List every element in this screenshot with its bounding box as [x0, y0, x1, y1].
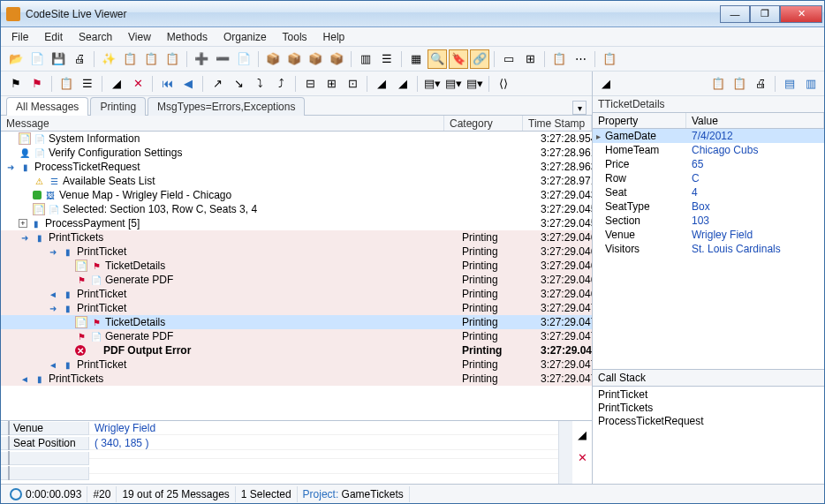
detail-row[interactable]: SeatTypeBox: [593, 199, 824, 214]
col-category[interactable]: Category: [444, 116, 523, 131]
menu-methods[interactable]: Methods: [160, 29, 215, 45]
tab-msgtypes[interactable]: MsgTypes=Errors,Exceptions: [148, 97, 305, 116]
message-row[interactable]: [1, 386, 592, 400]
message-row[interactable]: ◄▮PrintTicketsPrinting3:27:29.047: [1, 372, 592, 386]
nav-first-icon[interactable]: ⏮: [157, 74, 177, 94]
grid-icon[interactable]: ▦: [406, 49, 426, 69]
menu-help[interactable]: Help: [316, 29, 352, 45]
search-icon[interactable]: 🔍: [428, 49, 447, 69]
print-icon[interactable]: 🖨: [751, 74, 770, 94]
detail-row[interactable]: HomeTeamChicago Cubs: [593, 143, 824, 157]
callstack-item[interactable]: ProcessTicketRequest: [598, 415, 819, 428]
tool-icon[interactable]: ➕: [192, 49, 211, 69]
menu-file[interactable]: File: [4, 29, 35, 45]
step-icon[interactable]: ⤴: [271, 74, 291, 94]
tool-icon[interactable]: 📦: [284, 49, 304, 69]
detail-row[interactable]: VisitorsSt. Louis Cardinals: [593, 242, 824, 256]
message-row[interactable]: 📄📄Selected: Section 103, Row C, Seats 3,…: [1, 202, 592, 216]
menu-view[interactable]: View: [121, 29, 158, 45]
message-row[interactable]: ➜▮PrintTicketPrinting3:27:29.046: [1, 244, 592, 259]
col-value[interactable]: Value: [686, 113, 824, 128]
link-icon[interactable]: 🔗: [470, 49, 489, 69]
message-list[interactable]: 📄📄System Information3:27:28.954👤📄Verify …: [1, 132, 592, 420]
watch-row[interactable]: [1, 451, 558, 466]
tree-icon[interactable]: ⊡: [343, 74, 362, 94]
watch-scrollbar[interactable]: [558, 421, 572, 484]
step-icon[interactable]: ⤵: [250, 74, 269, 94]
menu-search[interactable]: Search: [72, 29, 119, 45]
callstack-item[interactable]: PrintTickets: [598, 402, 819, 415]
filter-icon[interactable]: ▤▾: [422, 74, 442, 94]
detail-row[interactable]: Seat4: [593, 185, 824, 199]
message-row[interactable]: ➜▮PrintTicketPrinting3:27:29.047: [1, 301, 592, 315]
tool-icon[interactable]: 📋: [600, 49, 619, 69]
copy-icon[interactable]: 📋: [708, 74, 728, 94]
eraser-icon[interactable]: ◢: [393, 74, 412, 94]
col-timestamp[interactable]: Time Stamp: [523, 116, 592, 131]
open-icon[interactable]: 📂: [6, 49, 26, 69]
col-message[interactable]: Message: [1, 116, 444, 131]
panel-icon[interactable]: ▤: [780, 74, 799, 94]
message-row[interactable]: ◄▮PrintTicketPrinting3:27:29.047: [1, 357, 592, 372]
detail-row[interactable]: RowC: [593, 171, 824, 185]
step-out-icon[interactable]: ↗: [208, 74, 227, 94]
eraser-icon[interactable]: ◢: [572, 425, 592, 444]
tree-icon[interactable]: ⊞: [322, 74, 341, 94]
eraser-icon[interactable]: ◢: [596, 74, 616, 94]
code-icon[interactable]: ⟨⟩: [494, 74, 513, 94]
tool-icon[interactable]: ✨: [99, 49, 118, 69]
menu-organize[interactable]: Organize: [216, 29, 274, 45]
detail-row[interactable]: Price65: [593, 157, 824, 171]
callstack-body[interactable]: PrintTicketPrintTicketsProcessTicketRequ…: [593, 387, 824, 484]
save-icon[interactable]: 💾: [49, 49, 68, 69]
detail-row[interactable]: ▸GameDate7/4/2012: [593, 129, 824, 143]
details-body[interactable]: ▸GameDate7/4/2012HomeTeamChicago CubsPri…: [593, 129, 824, 369]
maximize-button[interactable]: ❐: [750, 5, 780, 23]
tab-all-messages[interactable]: All Messages: [6, 97, 88, 116]
message-row[interactable]: ⚑📄Generate PDFPrinting3:27:29.047: [1, 329, 592, 343]
message-row[interactable]: ➜▮ProcessTicketRequest3:27:28.963: [1, 160, 592, 174]
tool-icon[interactable]: ➖: [213, 49, 232, 69]
panel-icon[interactable]: ▭: [499, 49, 518, 69]
watch-row[interactable]: VenueWrigley Field: [1, 421, 558, 436]
message-row[interactable]: 📄⚑TicketDetailsPrinting3:27:29.046: [1, 259, 592, 273]
message-row[interactable]: 🖼Venue Map - Wrigley Field - Chicago3:27…: [1, 188, 592, 202]
menu-edit[interactable]: Edit: [37, 29, 70, 45]
delete-icon[interactable]: ✕: [128, 74, 148, 94]
tool-icon[interactable]: 📦: [306, 49, 325, 69]
tool-icon[interactable]: 📦: [327, 49, 346, 69]
flag-white-icon[interactable]: ⚑: [6, 74, 26, 94]
tool-icon[interactable]: 📋: [120, 49, 140, 69]
watch-row[interactable]: Seat Position( 340, 185 ): [1, 436, 558, 451]
eraser-icon[interactable]: ◢: [107, 74, 126, 94]
detail-row[interactable]: Section103: [593, 214, 824, 228]
col-property[interactable]: Property: [593, 113, 686, 128]
nav-prev-icon[interactable]: ◀: [178, 74, 198, 94]
eraser-icon[interactable]: ◢: [372, 74, 391, 94]
filter-icon[interactable]: ▤▾: [465, 74, 484, 94]
tree-icon[interactable]: ⊟: [300, 74, 320, 94]
copy-icon[interactable]: 📋: [730, 74, 749, 94]
callstack-item[interactable]: PrintTicket: [598, 388, 819, 402]
step-in-icon[interactable]: ↘: [229, 74, 248, 94]
tool-icon[interactable]: 📋: [163, 49, 182, 69]
message-row[interactable]: ◄▮PrintTicketPrinting3:27:29.046: [1, 287, 592, 301]
message-row[interactable]: ⚑📄Generate PDFPrinting3:27:29.046: [1, 273, 592, 287]
message-row[interactable]: 👤📄Verify Configuration Settings3:27:28.9…: [1, 146, 592, 160]
tool-icon[interactable]: 📄: [234, 49, 254, 69]
bookmark-icon[interactable]: 🔖: [449, 49, 468, 69]
close-button[interactable]: ✕: [780, 5, 822, 23]
tool-icon[interactable]: 📋: [549, 49, 569, 69]
print-icon[interactable]: 🖨: [70, 49, 89, 69]
message-row[interactable]: 📄📄System Information3:27:28.954: [1, 132, 592, 146]
tab-printing[interactable]: Printing: [90, 97, 146, 116]
tool-icon[interactable]: 📋: [141, 49, 161, 69]
tool-icon[interactable]: ⋯: [571, 49, 590, 69]
panel-icon[interactable]: ▥: [801, 74, 821, 94]
tool-icon[interactable]: 📦: [263, 49, 283, 69]
message-row[interactable]: +▮ProcessPayment [5]3:27:29.045: [1, 216, 592, 230]
tab-dropdown[interactable]: ▾: [572, 101, 587, 115]
add-icon[interactable]: 📄: [27, 49, 47, 69]
message-row[interactable]: ✕PDF Output ErrorPrinting3:27:29.047: [1, 343, 592, 357]
message-row[interactable]: ➜▮PrintTicketsPrinting3:27:29.046: [1, 230, 592, 244]
